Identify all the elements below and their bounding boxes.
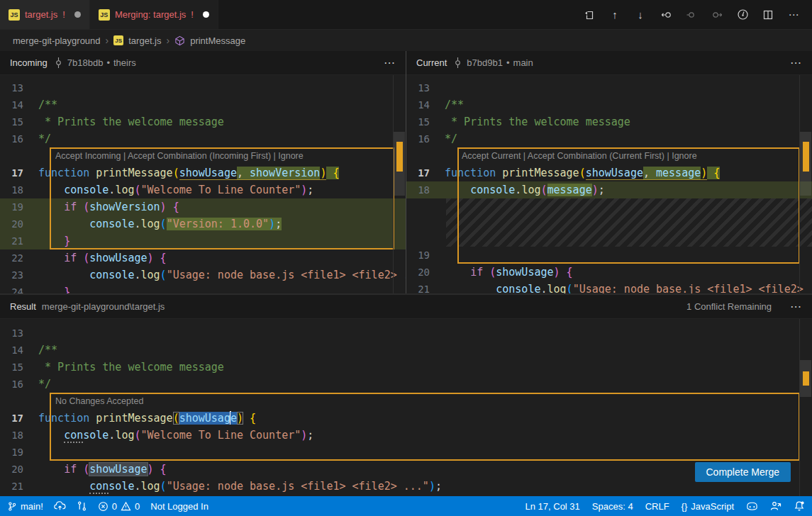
- tab-merging-target-js[interactable]: JS Merging: target.js !: [90, 0, 218, 29]
- current-pane: Current b7bd9b1 • main ⋯ 1314/**15 * Pri…: [406, 51, 812, 293]
- current-code-editor[interactable]: 1314/**15 * Prints the welcome message16…: [406, 75, 812, 293]
- breadcrumb-folder[interactable]: merge-git-playground: [13, 35, 101, 46]
- editor-actions: ↑ ↓ ⋯: [571, 0, 812, 29]
- braces-icon: {}: [682, 501, 688, 512]
- branch-item[interactable]: main!: [7, 501, 43, 512]
- line-number: 18: [0, 427, 38, 444]
- code-line: 17function printMessage(showUsage) {: [0, 410, 812, 427]
- code-line: 13: [0, 79, 406, 96]
- more-actions-icon[interactable]: ⋯: [790, 300, 802, 313]
- compare-changes-icon: [77, 500, 87, 512]
- previous-change-icon[interactable]: ↑: [608, 8, 622, 22]
- next-conflict-icon[interactable]: [710, 8, 724, 22]
- breadcrumb: merge-git-playground › JS target.js › pr…: [0, 30, 812, 51]
- conflict-action-bar[interactable]: Accept Current | Accept Combination (Cur…: [406, 147, 812, 164]
- branch-label: main!: [21, 501, 43, 512]
- git-commit-icon: [452, 57, 463, 68]
- vscode-merge-editor-window: JS target.js ! JS Merging: target.js ! ↑…: [0, 0, 812, 516]
- line-number: 24: [0, 284, 38, 293]
- line-number: 20: [406, 264, 445, 281]
- result-code-editor[interactable]: 1314/**15 * Prints the welcome message16…: [0, 319, 812, 496]
- line-number: 17: [0, 164, 38, 181]
- code-line: 20 console.log("Version: 1.0.0");: [0, 215, 406, 232]
- git-conflict-badge: !: [62, 9, 65, 20]
- login-status-label: Not Logged In: [150, 501, 208, 512]
- code-line: 21 console.log("Usage: node base.js <fil…: [0, 478, 812, 495]
- conflict-action-bar[interactable]: No Changes Accepted: [0, 393, 812, 410]
- line-number: 20: [0, 461, 38, 478]
- cursor-position-item[interactable]: Ln 17, Col 31: [525, 501, 579, 512]
- tab-target-js[interactable]: JS target.js !: [0, 0, 90, 29]
- publish-item[interactable]: [54, 500, 66, 512]
- more-actions-icon[interactable]: ⋯: [786, 8, 801, 22]
- line-number: 16: [0, 130, 38, 147]
- code-line: 21 }: [0, 232, 406, 249]
- code-line: 17function printMessage(showUsage, messa…: [406, 164, 812, 181]
- warning-icon: [121, 501, 131, 512]
- line-number: 17: [0, 410, 38, 427]
- code-line: 23 console.log("Usage: node base.js <fil…: [0, 267, 406, 284]
- incoming-pane: Incoming 7b18bdb • theirs ⋯ 1314/**15 * …: [0, 51, 406, 293]
- symbol-method-icon: [174, 35, 185, 46]
- code-line: 15 * Prints the welcome message: [0, 113, 406, 130]
- person-feedback-icon: [770, 500, 782, 512]
- overview-ruler[interactable]: [799, 319, 812, 496]
- line-number: 18: [0, 181, 38, 198]
- breadcrumb-symbol[interactable]: printMessage: [190, 35, 245, 46]
- pane-title: Incoming: [10, 57, 48, 68]
- incoming-code-editor[interactable]: 1314/**15 * Prints the welcome message16…: [0, 75, 406, 293]
- current-conflict-icon[interactable]: [684, 8, 699, 22]
- complete-merge-button[interactable]: Complete Merge: [695, 462, 791, 482]
- feedback-item[interactable]: [770, 500, 782, 512]
- javascript-file-icon: JS: [99, 9, 110, 21]
- overview-ruler[interactable]: [393, 75, 406, 293]
- code-line: 16*/: [0, 130, 406, 147]
- show-base-icon[interactable]: [735, 8, 750, 22]
- overview-ruler[interactable]: [799, 75, 812, 293]
- line-number: 13: [406, 79, 445, 96]
- error-count: 0: [112, 501, 117, 512]
- indentation-item[interactable]: Spaces: 4: [592, 501, 633, 512]
- line-number: 19: [406, 247, 445, 264]
- line-number: 14: [406, 96, 445, 113]
- modified-dot-icon[interactable]: [74, 11, 81, 18]
- error-icon: [98, 501, 109, 512]
- problems-item[interactable]: 0 0: [98, 501, 140, 512]
- code-line: 18 console.log(message);: [406, 181, 812, 198]
- compare-changes-item[interactable]: [77, 500, 87, 512]
- login-status-item[interactable]: Not Logged In: [150, 501, 208, 512]
- javascript-file-icon: JS: [9, 9, 20, 21]
- more-actions-icon[interactable]: ⋯: [790, 56, 802, 69]
- conflict-action-bar[interactable]: Accept Incoming | Accept Combination (In…: [0, 147, 406, 164]
- modified-dot-icon[interactable]: [203, 11, 209, 18]
- line-number: 21: [0, 478, 38, 495]
- line-number: 16: [0, 376, 38, 393]
- ref-name: theirs: [113, 57, 136, 68]
- code-line: 14/**: [0, 96, 406, 113]
- merge-inputs: Incoming 7b18bdb • theirs ⋯ 1314/**15 * …: [0, 51, 812, 294]
- next-change-icon[interactable]: ↓: [633, 8, 647, 22]
- line-number: 23: [0, 267, 38, 284]
- line-number: 20: [0, 215, 38, 232]
- copilot-icon: [746, 500, 758, 512]
- commit-hash: b7bd9b1: [467, 57, 503, 68]
- code-line: 20 if (showUsage) {: [406, 264, 812, 281]
- open-changes-icon[interactable]: [582, 8, 596, 22]
- previous-conflict-icon[interactable]: [659, 8, 673, 22]
- language-mode-item[interactable]: {} JavaScript: [682, 501, 734, 512]
- line-number: 19: [0, 198, 38, 215]
- code-line: 18 console.log("Welcome To Line Counter"…: [0, 181, 406, 198]
- eol-item[interactable]: CRLF: [645, 501, 669, 512]
- split-editor-icon[interactable]: [761, 8, 775, 22]
- line-number: 19: [0, 444, 38, 461]
- code-line: 21 console.log("Usage: node base.js <fil…: [406, 281, 812, 293]
- line-number: 15: [0, 113, 38, 130]
- code-line: 16*/: [0, 376, 812, 393]
- code-line: 15 * Prints the welcome message: [406, 113, 812, 130]
- breadcrumb-file[interactable]: target.js: [128, 35, 161, 46]
- more-actions-icon[interactable]: ⋯: [384, 56, 396, 69]
- copilot-item[interactable]: [746, 500, 758, 512]
- line-number: 16: [406, 130, 445, 147]
- line-number: 22: [0, 249, 38, 267]
- notifications-item[interactable]: [794, 500, 805, 512]
